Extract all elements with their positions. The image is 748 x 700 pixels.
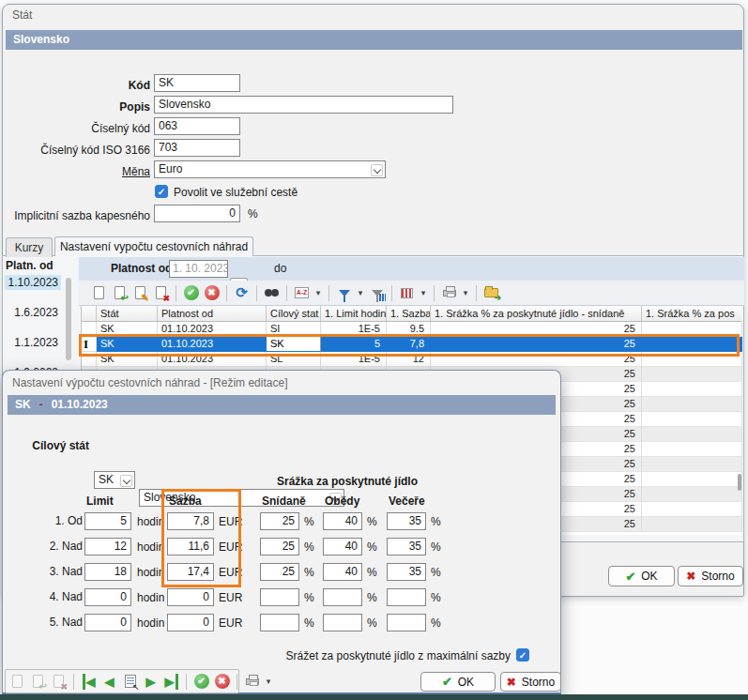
cancel-button[interactable]: ✖ xyxy=(203,284,221,302)
validity-list-item[interactable]: 1.10.2023 xyxy=(5,275,61,290)
kapesne-input[interactable]: 0 xyxy=(154,205,240,222)
filter-button[interactable] xyxy=(335,284,353,302)
validity-scrollbar[interactable] xyxy=(66,278,71,360)
columns-button[interactable] xyxy=(398,284,416,302)
snidane-input[interactable]: 25 xyxy=(260,512,299,530)
chevron-down-icon[interactable] xyxy=(120,475,132,487)
taskbar-strip xyxy=(0,694,748,700)
grid-col-cilovy[interactable]: Cílový stat xyxy=(267,306,321,321)
iso-kod-input[interactable]: 703 xyxy=(154,139,240,157)
export-button[interactable] xyxy=(482,284,500,302)
columns-dropdown-arrow[interactable]: ▾ xyxy=(419,288,428,297)
limit-input[interactable]: 18 xyxy=(84,563,131,581)
percent-label: % xyxy=(431,564,441,582)
target-state-label: Cílový stát xyxy=(9,439,89,452)
confirm-button[interactable]: ✔ xyxy=(182,284,200,302)
grid-col-snidane[interactable]: 1. Srážka % za poskytnuté jídlo - snídan… xyxy=(431,306,642,321)
table-row[interactable]: ISK01.10.2023SK57,825 xyxy=(82,337,741,352)
grid-cell: 1E-5 xyxy=(321,352,387,367)
sazba-input[interactable]: 11,6 xyxy=(167,538,214,555)
grid-col-snidane2[interactable]: 1. Srážka % za pos xyxy=(642,306,742,321)
validity-list-item[interactable]: 1.6.2023 xyxy=(5,305,61,320)
limit-input[interactable]: 0 xyxy=(84,588,131,606)
table-row[interactable]: SK01.10.2023SL1E-51225 xyxy=(82,352,741,367)
edit-record-button[interactable]: ✎ xyxy=(131,284,149,302)
grid-col-stat[interactable]: Stát xyxy=(97,306,158,321)
limit-input[interactable]: 0 xyxy=(84,614,131,632)
max-rate-checkbox[interactable] xyxy=(516,648,529,662)
bars-icon xyxy=(379,294,386,301)
filter-stats-button[interactable] xyxy=(368,284,386,302)
obedy-input[interactable]: 40 xyxy=(323,538,362,555)
sazba-input[interactable]: 17,4 xyxy=(167,563,214,581)
first-record-icon: ◀ xyxy=(83,674,96,690)
obedy-input[interactable]: 40 xyxy=(323,563,362,581)
kod-input[interactable]: SK xyxy=(154,74,240,92)
snidane-input[interactable] xyxy=(260,588,299,606)
vecere-input[interactable]: 35 xyxy=(387,512,426,530)
grid-col-limit[interactable]: 1. Limit hodin xyxy=(321,306,387,321)
search-button[interactable] xyxy=(263,284,281,302)
record-list-button[interactable] xyxy=(121,673,139,691)
obedy-input[interactable]: 40 xyxy=(323,512,362,530)
dialog-new-button[interactable] xyxy=(8,673,26,691)
grid-cell: 9.5 xyxy=(387,322,431,337)
dialog-confirm-button[interactable]: ✔ xyxy=(192,673,210,691)
ok-button[interactable]: ✔ OK xyxy=(608,566,675,586)
limit-input[interactable]: 12 xyxy=(84,538,131,555)
popis-input[interactable]: Slovensko xyxy=(154,96,453,114)
chevron-down-icon[interactable] xyxy=(371,164,383,176)
nav-next-button[interactable]: ▶ xyxy=(142,673,160,691)
obedy-input[interactable] xyxy=(323,588,362,606)
refresh-button[interactable]: ⟳ xyxy=(233,284,251,302)
mena-combo[interactable]: Euro xyxy=(154,160,386,178)
nav-last-button[interactable]: ▶ xyxy=(162,673,180,691)
allow-travel-checkbox[interactable] xyxy=(155,185,168,198)
table-row[interactable]: SK01.10.2023SI1E-59.525 xyxy=(82,322,741,337)
sazba-input[interactable]: 0 xyxy=(167,614,214,632)
screen: Stát Slovensko Kód SK Popis Slovensko Čí… xyxy=(0,0,748,700)
print-dropdown-arrow[interactable]: ▾ xyxy=(461,288,470,297)
dialog-ok-button[interactable]: ✔ OK xyxy=(420,672,496,692)
copy-record-button[interactable]: ↩ xyxy=(111,284,129,302)
grid-scrollbar[interactable] xyxy=(738,474,741,491)
sort-dropdown-arrow[interactable]: ▾ xyxy=(313,288,323,297)
sazba-input[interactable]: 7,8 xyxy=(167,512,214,530)
print-dropdown-arrow[interactable]: ▾ xyxy=(264,677,273,686)
tab-nahrady[interactable]: Nastavení vypočtu cestovních náhrad xyxy=(54,236,253,256)
dialog-print-button[interactable] xyxy=(243,673,261,691)
sazba-input[interactable]: 0 xyxy=(167,588,214,606)
dialog-copy-button[interactable]: ↩ xyxy=(29,673,47,691)
nav-first-button[interactable]: ◀ xyxy=(80,673,98,691)
dialog-cancel-button[interactable]: ✖ xyxy=(213,673,231,691)
nav-prev-button[interactable]: ◀ xyxy=(100,673,118,691)
grid-cell xyxy=(82,352,97,367)
ciselny-kod-input[interactable]: 063 xyxy=(154,117,240,135)
snidane-input[interactable]: 25 xyxy=(260,563,299,581)
target-state-code-combo[interactable]: SK xyxy=(94,471,135,489)
delete-record-button[interactable]: ✖ xyxy=(152,284,170,302)
snidane-input[interactable]: 25 xyxy=(260,538,299,555)
vecere-input[interactable]: 35 xyxy=(387,538,426,555)
filter-date-input[interactable]: 1. 10. 2023 xyxy=(169,260,228,278)
vecere-input[interactable] xyxy=(387,588,426,606)
filter-dropdown-arrow[interactable]: ▾ xyxy=(356,288,365,297)
tab-kurzy[interactable]: Kurzy xyxy=(6,237,53,257)
new-record-button[interactable] xyxy=(90,284,108,302)
vecere-input[interactable]: 35 xyxy=(387,563,426,581)
grid-col-sazba[interactable]: 1. Sazba xyxy=(387,306,431,321)
sort-button[interactable]: A-Z xyxy=(293,284,311,302)
dialog-storno-button[interactable]: ✖ Storno xyxy=(500,672,561,692)
snidane-input[interactable] xyxy=(260,614,299,632)
storno-button[interactable]: ✖ Storno xyxy=(678,566,743,586)
print-button[interactable] xyxy=(440,284,458,302)
obedy-input[interactable] xyxy=(323,614,362,632)
main-toolbar: ↩ ✎ ✖ ✔ ✖ ⟳ A-Z ▾ ▾ ▾ ▾ xyxy=(79,281,744,306)
limit-input[interactable]: 5 xyxy=(84,512,131,530)
vecere-input[interactable] xyxy=(387,614,426,632)
grid-col-platnost[interactable]: Platnost od xyxy=(158,306,267,321)
validity-list-item[interactable]: 1.1.2023 xyxy=(5,335,61,350)
grid-cell: SK xyxy=(97,352,158,367)
refresh-icon: ⟳ xyxy=(236,284,248,301)
dialog-delete-button[interactable]: ✖ xyxy=(50,673,68,691)
